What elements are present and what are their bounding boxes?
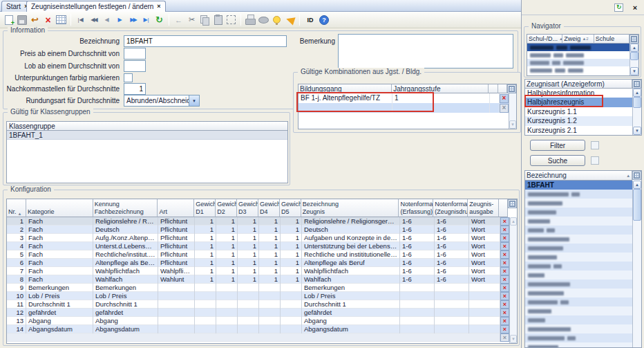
delete-row-icon[interactable]: × bbox=[500, 284, 509, 292]
nav-fast-next-icon[interactable] bbox=[126, 13, 140, 26]
hint-icon[interactable] bbox=[270, 13, 283, 26]
config-column-header[interactable]: Nr.▲ bbox=[7, 199, 26, 217]
delete-row-icon[interactable]: × bbox=[500, 275, 509, 284]
edit-grid-icon[interactable] bbox=[55, 13, 68, 26]
bezeichnung-item-redacted[interactable] bbox=[525, 315, 632, 324]
config-row[interactable]: 2FachDeutschPflichtunt11111Deutsch1-61-6… bbox=[7, 226, 509, 234]
undo-icon[interactable] bbox=[28, 13, 41, 26]
delete-row-icon[interactable]: × bbox=[500, 317, 509, 325]
zeugnisart-item[interactable]: Halbjahresinformation bbox=[525, 89, 632, 98]
kombination-empty-row[interactable]: × bbox=[299, 103, 509, 113]
refresh-icon[interactable] bbox=[153, 13, 166, 26]
grid-options-button[interactable] bbox=[632, 80, 641, 89]
school-scrollbar[interactable]: ▲ ▼ bbox=[629, 44, 638, 75]
config-row[interactable]: 13AbgangAbgangAbgang× bbox=[7, 317, 509, 325]
bemerkung-textarea[interactable] bbox=[338, 34, 513, 68]
bezeichnung-item-redacted[interactable] bbox=[525, 208, 632, 217]
bezeichnung-item-redacted[interactable] bbox=[525, 280, 632, 289]
kombinationen-scrollbar[interactable]: ▼ bbox=[509, 93, 516, 129]
bezeichnung-item-redacted[interactable] bbox=[525, 262, 632, 271]
school-row-redacted[interactable] bbox=[527, 44, 629, 51]
zeugnisart-item[interactable]: Halbjahreszeugnis bbox=[525, 98, 632, 107]
kombination-row[interactable]: BF 1-j. Altenpflegehilfe/TZ1× bbox=[299, 93, 509, 103]
filter-checkbox[interactable] bbox=[591, 141, 599, 149]
delete-row-icon[interactable]: × bbox=[500, 325, 509, 333]
klassengruppe-row[interactable]: 1BFAHT_1 bbox=[7, 131, 287, 140]
delete-row-icon[interactable]: × bbox=[500, 94, 509, 103]
scroll-down-icon[interactable]: ▼ bbox=[633, 127, 641, 135]
bezeichnung-item-redacted[interactable] bbox=[525, 306, 632, 315]
copy-icon[interactable] bbox=[198, 13, 211, 26]
nav-prev-icon[interactable] bbox=[100, 13, 113, 26]
notify-icon[interactable] bbox=[283, 13, 296, 26]
bezeichnung-item-redacted[interactable] bbox=[525, 190, 632, 199]
col-header-schule[interactable]: Schule bbox=[594, 35, 629, 44]
bezeichnung-item-redacted[interactable] bbox=[525, 342, 632, 347]
config-row[interactable]: 12gefährdetgefährdetgefährdet× bbox=[7, 309, 509, 317]
school-row-redacted[interactable] bbox=[527, 51, 629, 59]
nav-first-icon[interactable] bbox=[74, 13, 87, 26]
panel-close-icon[interactable]: × bbox=[628, 2, 642, 12]
config-row[interactable]: 6FachAltenpflege als BerufPflichtunt1111… bbox=[7, 259, 509, 267]
bezeichnung-item-redacted[interactable] bbox=[525, 226, 632, 235]
tab-zeugniseinstellungen[interactable]: Zeugniseinstellungen festlegen / ändern … bbox=[26, 1, 166, 12]
config-row[interactable]: 7FachWahlpflichtfachWahlpflichtunt11111W… bbox=[7, 267, 509, 275]
delete-row-icon[interactable]: × bbox=[500, 217, 509, 226]
grid-options-button[interactable] bbox=[508, 199, 517, 208]
col-header-zweig[interactable]: Zweig ▲2 bbox=[562, 35, 594, 44]
suche-button[interactable]: Suche bbox=[530, 155, 585, 166]
config-row[interactable]: 11Durchschnitt 1Durchschnitt 1Durchschni… bbox=[7, 300, 509, 309]
delete-icon[interactable] bbox=[41, 13, 55, 26]
back-icon[interactable] bbox=[172, 13, 185, 26]
bezeichnung-scrollbar[interactable]: ▲ bbox=[632, 181, 641, 347]
bezeichnung-item-redacted[interactable] bbox=[525, 217, 632, 226]
scroll-up-icon[interactable]: ▲ bbox=[633, 181, 641, 189]
delete-row-icon[interactable]: × bbox=[500, 292, 509, 300]
zeugnisart-header[interactable]: Zeugnisart (Anzeigeform) bbox=[525, 80, 632, 89]
zeugnisart-scrollbar[interactable]: ▲ ▼ bbox=[632, 89, 641, 135]
config-row[interactable]: 8FachWahlfachWahlunt11111Wahlfach1-61-6W… bbox=[7, 275, 509, 284]
klassengruppe-column-header[interactable]: Klassengruppe bbox=[7, 122, 287, 131]
config-column-header[interactable]: Kategorie bbox=[26, 199, 93, 217]
bezeichnung-input[interactable] bbox=[124, 35, 287, 47]
config-column-header[interactable]: Gewicht D2 bbox=[216, 199, 237, 217]
bezeichnung-header[interactable]: Bezeichnung ▲ bbox=[525, 171, 632, 181]
zeugnisart-item[interactable]: Kurszeugnis 1.2 bbox=[525, 116, 632, 125]
config-column-header[interactable]: Gewicht D4 bbox=[258, 199, 280, 217]
delete-row-icon[interactable]: × bbox=[500, 309, 509, 317]
filter-button[interactable]: Filter bbox=[530, 140, 585, 151]
nachkommastellen-input[interactable] bbox=[124, 83, 146, 95]
bezeichnung-item-redacted[interactable] bbox=[525, 253, 632, 262]
rundungsart-select[interactable]: Abrunden/Abschneiden ▼ bbox=[124, 95, 200, 107]
new-record-icon[interactable] bbox=[2, 13, 15, 26]
konfiguration-scrollbar[interactable]: ▲ ▼ bbox=[509, 217, 517, 343]
bezeichnung-item-redacted[interactable] bbox=[525, 271, 632, 280]
config-column-header[interactable]: Zeugnis- ausgabe bbox=[468, 199, 499, 217]
scroll-down-icon[interactable]: ▼ bbox=[630, 67, 638, 75]
grid-options-button[interactable] bbox=[629, 35, 638, 44]
school-row-redacted[interactable] bbox=[527, 66, 629, 74]
col-header-bildungsgang[interactable]: Bildungsgang bbox=[299, 84, 392, 93]
config-column-header[interactable]: Kennung Fachbezeichnung bbox=[93, 199, 158, 217]
config-row[interactable]: 10Lob / PreisLob / PreisLob / Preis× bbox=[7, 292, 509, 300]
zeugnisart-item[interactable]: Kurszeugnis 1.1 bbox=[525, 107, 632, 116]
nav-last-icon[interactable] bbox=[140, 13, 153, 26]
chevron-down-icon[interactable]: ▼ bbox=[189, 95, 199, 106]
lob-input[interactable] bbox=[124, 60, 146, 72]
delete-row-icon[interactable]: × bbox=[500, 267, 509, 275]
config-column-header[interactable]: Notenformat (Erfassung) bbox=[399, 199, 433, 217]
id-button[interactable]: ID bbox=[303, 13, 318, 26]
bezeichnung-item-redacted[interactable] bbox=[525, 324, 632, 333]
panel-toggle-icon[interactable] bbox=[612, 2, 625, 12]
scroll-down-icon[interactable]: ▼ bbox=[510, 335, 517, 343]
config-column-header[interactable]: Bezeichnung Zeugnis bbox=[301, 199, 399, 217]
unterpunktungen-checkbox[interactable] bbox=[124, 73, 133, 82]
delete-row-icon[interactable]: × bbox=[500, 259, 509, 267]
config-column-header[interactable]: Gewicht D5 bbox=[280, 199, 301, 217]
preis-input[interactable] bbox=[124, 48, 146, 59]
bezeichnung-item-redacted[interactable] bbox=[525, 289, 632, 297]
scroll-down-icon[interactable]: ▼ bbox=[509, 120, 516, 129]
cut-icon[interactable] bbox=[185, 13, 198, 26]
config-row[interactable]: 14AbgangsdatumAbgangsdatumAbgangsdatum× bbox=[7, 325, 509, 333]
select-region-icon[interactable] bbox=[225, 13, 238, 26]
